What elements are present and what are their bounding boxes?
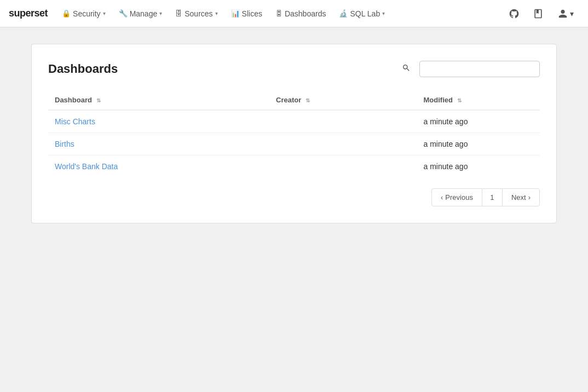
dashboards-icon: 🎛 [275,9,283,18]
col-label-creator: Creator [276,96,301,104]
cell-dashboard: Births [48,133,269,155]
dashboard-link[interactable]: Births [55,140,74,148]
dashboards-table: Dashboard ⇅ Creator ⇅ Modified ⇅ Misc Ch… [48,90,540,177]
cell-modified: a minute ago [417,133,540,155]
sqllab-icon: 🔬 [339,9,348,18]
search-icon [402,64,411,72]
cell-creator [269,110,417,133]
sources-icon: 🗄 [175,9,182,18]
dashboard-link[interactable]: Misc Charts [55,117,95,126]
security-icon: 🔒 [62,9,71,18]
sort-icon-modified: ⇅ [457,97,462,103]
search-input[interactable] [419,61,540,77]
slices-icon: 📊 [231,9,240,18]
chevron-down-icon: ▾ [103,10,106,16]
navbar: superset 🔒 Security ▾ 🔧 Manage ▾ 🗄 Sourc… [0,0,588,27]
cell-modified: a minute ago [417,110,540,133]
previous-label: Previous [445,193,473,201]
docs-icon-btn[interactable] [528,4,548,24]
nav-item-manage[interactable]: 🔧 Manage ▾ [113,6,168,21]
col-label-modified: Modified [423,96,452,104]
col-header-modified[interactable]: Modified ⇅ [417,90,540,110]
chevron-down-icon: ▾ [382,10,385,16]
nav-item-sqllab[interactable]: 🔬 SQL Lab ▾ [333,6,390,21]
nav-label-sqllab: SQL Lab [350,9,380,18]
nav-label-slices: Slices [242,9,262,18]
github-icon [509,8,520,19]
user-menu[interactable]: ▾ [552,5,579,22]
col-header-dashboard[interactable]: Dashboard ⇅ [48,90,269,110]
pagination: ‹ Previous 1 Next › [48,188,540,206]
table-row: World's Bank Dataa minute ago [48,155,540,178]
main-content: Dashboards Dashboard ⇅ Creator ⇅ [0,27,588,240]
col-header-creator[interactable]: Creator ⇅ [269,90,417,110]
cell-dashboard: World's Bank Data [48,155,269,178]
previous-button[interactable]: ‹ Previous [431,188,482,206]
sort-icon-creator: ⇅ [305,97,310,103]
table-header: Dashboard ⇅ Creator ⇅ Modified ⇅ [48,90,540,110]
search-icon-btn[interactable] [400,61,413,77]
nav-item-slices[interactable]: 📊 Slices [226,6,268,21]
cell-dashboard: Misc Charts [48,110,269,133]
table-header-row: Dashboard ⇅ Creator ⇅ Modified ⇅ [48,90,540,110]
page-number: 1 [482,188,502,206]
nav-item-sources[interactable]: 🗄 Sources ▾ [170,6,223,21]
nav-right: ▾ [504,4,579,24]
nav-label-manage: Manage [130,9,158,18]
next-chevron-icon: › [528,193,531,201]
table-row: Birthsa minute ago [48,133,540,155]
book-icon [533,8,544,19]
dashboard-link[interactable]: World's Bank Data [55,162,118,171]
nav-label-sources: Sources [185,9,212,18]
chevron-down-icon: ▾ [215,10,218,16]
cell-creator [269,133,417,155]
table-body: Misc Chartsa minute agoBirthsa minute ag… [48,110,540,177]
cell-modified: a minute ago [417,155,540,178]
page-header: Dashboards [48,61,540,77]
sort-icon-dashboard: ⇅ [96,97,101,103]
user-chevron-icon: ▾ [570,9,574,18]
manage-icon: 🔧 [119,9,128,18]
brand-logo[interactable]: superset [9,8,48,19]
nav-item-dashboards[interactable]: 🎛 Dashboards [270,6,332,21]
nav-label-security: Security [73,9,101,18]
nav-label-dashboards: Dashboards [285,9,326,18]
prev-chevron-icon: ‹ [441,193,443,201]
table-row: Misc Chartsa minute ago [48,110,540,133]
next-label: Next [511,193,526,201]
dashboards-card: Dashboards Dashboard ⇅ Creator ⇅ [31,44,557,223]
github-icon-btn[interactable] [504,4,524,24]
chevron-down-icon: ▾ [159,10,162,16]
next-button[interactable]: Next › [502,188,540,206]
cell-creator [269,155,417,178]
col-label-dashboard: Dashboard [55,96,92,104]
page-title: Dashboards [48,62,393,76]
nav-item-security[interactable]: 🔒 Security ▾ [56,6,111,21]
user-icon [558,9,568,19]
